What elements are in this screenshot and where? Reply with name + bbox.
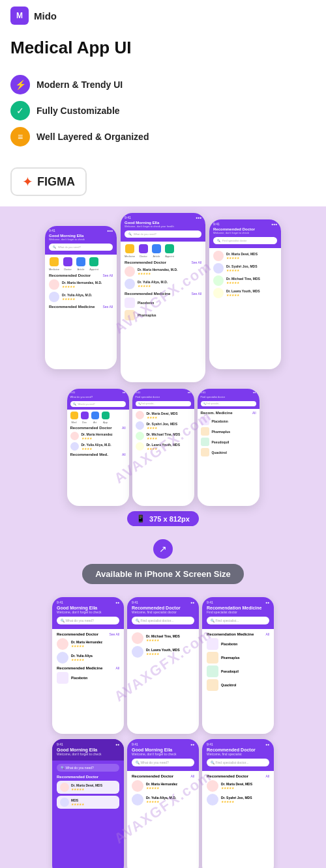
- brand-name: Mido: [34, 10, 57, 21]
- available-banner: Available in iPhone X Screen Size: [0, 564, 326, 584]
- figma-section: ✦ FIGMA: [0, 163, 326, 206]
- feature-3: ≡ Well Layered & Organized: [10, 127, 316, 147]
- mid-phone-3: 9:41●● Recomendation Medicine Find speci…: [202, 597, 274, 734]
- phone-mockup-1: 9:41●●● Good Morning Ella Welcome, don't…: [45, 226, 117, 369]
- phones-section-2: AVAXGFX.com 9:41●● What do you need? 🔍Wh…: [0, 385, 326, 535]
- mid-phone-purple-1: 9:41●● Good Morning Ella Welcome, don't …: [52, 739, 124, 868]
- size-label: 375 x 812px: [149, 515, 190, 523]
- feature-label-2: Fully Customizable: [37, 105, 120, 116]
- phone-small-3: 9:41●● Find specialist doctor 🔍 Find spe…: [198, 389, 259, 506]
- mid-phone-4: 9:41●● Good Morning Ella Welcome, don't …: [127, 739, 199, 868]
- phone-mockup-2: 9:41●●● Good Morning Ella Welcome, don't…: [121, 213, 205, 382]
- feature-label-1: Modern & Trendy UI: [37, 79, 123, 90]
- phone-small-2: 9:41●● Find specialist doctor 🔍 Find spe…: [132, 389, 194, 506]
- figma-label: FIGMA: [37, 175, 75, 189]
- phone-icon: 📱: [136, 514, 145, 523]
- header: M Mido: [0, 0, 326, 31]
- mid-phone-1: 9:41●● Good Morning Ella Welcome, don't …: [52, 597, 124, 734]
- mid-phone-5: 9:41●● Recommended Doctor Welcome, find …: [202, 739, 274, 868]
- phone-mockup-3: 9:41●●● Recommended Doctor Welcome, don'…: [209, 219, 281, 369]
- features-section: ⚡ Modern & Trendy UI ✓ Fully Customizabl…: [0, 68, 326, 163]
- mid-phone-2: 9:41●● Recommended Doctor Welcome, find …: [127, 597, 199, 734]
- figma-icon: ✦: [22, 174, 33, 189]
- expand-icon: ↗: [153, 539, 173, 559]
- phone-small-1: 9:41●● What do you need? 🔍What do you ne…: [67, 389, 129, 506]
- available-label: Available in iPhone X Screen Size: [95, 569, 231, 579]
- phones-section-1: AVAXGFX.com 9:41●●● Good Morning Ella We…: [0, 206, 326, 385]
- title-section: Medical App UI: [0, 31, 326, 68]
- feature-icon-1: ⚡: [10, 75, 30, 94]
- page-title: Medical App UI: [10, 38, 316, 58]
- feature-label-3: Well Layered & Organized: [37, 132, 149, 142]
- feature-2: ✓ Fully Customizable: [10, 101, 316, 120]
- feature-1: ⚡ Modern & Trendy UI: [10, 75, 316, 94]
- figma-box: ✦ FIGMA: [10, 167, 87, 196]
- feature-icon-3: ≡: [10, 127, 30, 147]
- feature-icon-2: ✓: [10, 101, 30, 120]
- expand-section: ↗: [0, 539, 326, 559]
- logo-icon: M: [10, 7, 29, 25]
- phones-section-3: AVAXGFX.com 9:41●● Good Morning Ella Wel…: [0, 592, 326, 868]
- size-badge: 📱 375 x 812px: [4, 511, 322, 526]
